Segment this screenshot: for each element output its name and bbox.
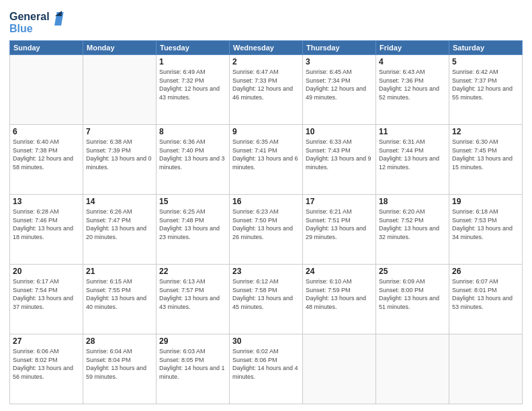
calendar-cell: 2Sunrise: 6:47 AM Sunset: 7:33 PM Daylig… bbox=[230, 55, 303, 125]
calendar-cell: 19Sunrise: 6:18 AM Sunset: 7:53 PM Dayli… bbox=[449, 195, 523, 265]
calendar-header-row: SundayMondayTuesdayWednesdayThursdayFrid… bbox=[10, 41, 523, 55]
day-info: Sunrise: 6:35 AM Sunset: 7:41 PM Dayligh… bbox=[232, 138, 300, 171]
header: General Blue bbox=[9, 7, 523, 38]
day-info: Sunrise: 6:12 AM Sunset: 7:58 PM Dayligh… bbox=[232, 277, 300, 311]
day-number: 19 bbox=[452, 197, 519, 206]
day-number: 23 bbox=[232, 267, 300, 276]
day-number: 6 bbox=[13, 127, 80, 136]
day-number: 1 bbox=[159, 57, 226, 66]
calendar-cell: 12Sunrise: 6:30 AM Sunset: 7:45 PM Dayli… bbox=[449, 125, 523, 195]
calendar-cell bbox=[303, 334, 376, 404]
calendar-cell: 10Sunrise: 6:33 AM Sunset: 7:43 PM Dayli… bbox=[303, 125, 376, 195]
day-info: Sunrise: 6:28 AM Sunset: 7:46 PM Dayligh… bbox=[13, 208, 80, 241]
calendar-week-1: 1Sunrise: 6:49 AM Sunset: 7:32 PM Daylig… bbox=[10, 55, 523, 125]
logo: General Blue bbox=[9, 7, 70, 38]
day-info: Sunrise: 6:42 AM Sunset: 7:37 PM Dayligh… bbox=[452, 68, 519, 101]
day-number: 20 bbox=[13, 267, 80, 276]
calendar-cell: 1Sunrise: 6:49 AM Sunset: 7:32 PM Daylig… bbox=[157, 55, 230, 125]
calendar-cell: 28Sunrise: 6:04 AM Sunset: 8:04 PM Dayli… bbox=[83, 334, 157, 404]
day-info: Sunrise: 6:43 AM Sunset: 7:36 PM Dayligh… bbox=[379, 68, 446, 101]
day-number: 18 bbox=[379, 197, 446, 206]
calendar-cell: 29Sunrise: 6:03 AM Sunset: 8:05 PM Dayli… bbox=[157, 334, 230, 404]
day-header-friday: Friday bbox=[376, 41, 449, 55]
calendar-cell: 24Sunrise: 6:10 AM Sunset: 7:59 PM Dayli… bbox=[303, 265, 376, 334]
calendar-cell: 7Sunrise: 6:38 AM Sunset: 7:39 PM Daylig… bbox=[83, 125, 157, 195]
day-number: 26 bbox=[452, 267, 519, 276]
calendar-cell: 16Sunrise: 6:23 AM Sunset: 7:50 PM Dayli… bbox=[230, 195, 303, 265]
calendar-cell: 18Sunrise: 6:20 AM Sunset: 7:52 PM Dayli… bbox=[376, 195, 449, 265]
day-number: 30 bbox=[232, 336, 300, 346]
calendar-cell bbox=[83, 55, 157, 125]
calendar-body: 1Sunrise: 6:49 AM Sunset: 7:32 PM Daylig… bbox=[10, 55, 523, 404]
calendar-cell: 27Sunrise: 6:06 AM Sunset: 8:02 PM Dayli… bbox=[10, 334, 83, 404]
day-number: 11 bbox=[379, 127, 446, 136]
calendar-cell: 25Sunrise: 6:09 AM Sunset: 8:00 PM Dayli… bbox=[376, 265, 449, 334]
calendar-cell: 21Sunrise: 6:15 AM Sunset: 7:55 PM Dayli… bbox=[83, 265, 157, 334]
day-info: Sunrise: 6:31 AM Sunset: 7:44 PM Dayligh… bbox=[379, 138, 446, 171]
day-info: Sunrise: 6:03 AM Sunset: 8:05 PM Dayligh… bbox=[159, 347, 226, 381]
calendar-cell: 11Sunrise: 6:31 AM Sunset: 7:44 PM Dayli… bbox=[376, 125, 449, 195]
day-number: 8 bbox=[159, 127, 226, 136]
day-number: 28 bbox=[86, 336, 153, 346]
day-info: Sunrise: 6:36 AM Sunset: 7:40 PM Dayligh… bbox=[159, 138, 226, 171]
day-number: 2 bbox=[232, 57, 300, 66]
day-number: 14 bbox=[86, 197, 153, 206]
calendar-cell: 4Sunrise: 6:43 AM Sunset: 7:36 PM Daylig… bbox=[376, 55, 449, 125]
day-info: Sunrise: 6:15 AM Sunset: 7:55 PM Dayligh… bbox=[86, 277, 153, 311]
day-number: 24 bbox=[306, 267, 373, 276]
day-header-monday: Monday bbox=[83, 41, 157, 55]
day-info: Sunrise: 6:38 AM Sunset: 7:39 PM Dayligh… bbox=[86, 138, 153, 171]
day-info: Sunrise: 6:10 AM Sunset: 7:59 PM Dayligh… bbox=[306, 277, 373, 311]
calendar-cell: 6Sunrise: 6:40 AM Sunset: 7:38 PM Daylig… bbox=[10, 125, 83, 195]
calendar-cell: 3Sunrise: 6:45 AM Sunset: 7:34 PM Daylig… bbox=[303, 55, 376, 125]
logo-text: General Blue bbox=[9, 7, 70, 38]
day-info: Sunrise: 6:06 AM Sunset: 8:02 PM Dayligh… bbox=[13, 347, 80, 381]
day-number: 10 bbox=[306, 127, 373, 136]
day-info: Sunrise: 6:25 AM Sunset: 7:48 PM Dayligh… bbox=[159, 208, 226, 241]
day-info: Sunrise: 6:33 AM Sunset: 7:43 PM Dayligh… bbox=[306, 138, 373, 171]
calendar-cell bbox=[10, 55, 83, 125]
day-info: Sunrise: 6:26 AM Sunset: 7:47 PM Dayligh… bbox=[86, 208, 153, 241]
day-info: Sunrise: 6:09 AM Sunset: 8:00 PM Dayligh… bbox=[379, 277, 446, 311]
svg-marker-3 bbox=[55, 11, 62, 16]
day-info: Sunrise: 6:49 AM Sunset: 7:32 PM Dayligh… bbox=[159, 68, 226, 101]
svg-text:General: General bbox=[9, 11, 50, 22]
calendar-week-3: 13Sunrise: 6:28 AM Sunset: 7:46 PM Dayli… bbox=[10, 195, 523, 265]
day-number: 7 bbox=[86, 127, 153, 136]
calendar-cell: 20Sunrise: 6:17 AM Sunset: 7:54 PM Dayli… bbox=[10, 265, 83, 334]
calendar-week-5: 27Sunrise: 6:06 AM Sunset: 8:02 PM Dayli… bbox=[10, 334, 523, 404]
day-number: 29 bbox=[159, 336, 226, 346]
calendar-cell: 17Sunrise: 6:21 AM Sunset: 7:51 PM Dayli… bbox=[303, 195, 376, 265]
day-number: 5 bbox=[452, 57, 519, 66]
calendar-week-4: 20Sunrise: 6:17 AM Sunset: 7:54 PM Dayli… bbox=[10, 265, 523, 334]
day-header-sunday: Sunday bbox=[10, 41, 83, 55]
calendar-cell: 23Sunrise: 6:12 AM Sunset: 7:58 PM Dayli… bbox=[230, 265, 303, 334]
day-header-thursday: Thursday bbox=[303, 41, 376, 55]
day-number: 15 bbox=[159, 197, 226, 206]
day-number: 27 bbox=[13, 336, 80, 346]
calendar-cell: 26Sunrise: 6:07 AM Sunset: 8:01 PM Dayli… bbox=[449, 265, 523, 334]
day-info: Sunrise: 6:47 AM Sunset: 7:33 PM Dayligh… bbox=[232, 68, 300, 101]
day-info: Sunrise: 6:04 AM Sunset: 8:04 PM Dayligh… bbox=[86, 347, 153, 381]
day-info: Sunrise: 6:17 AM Sunset: 7:54 PM Dayligh… bbox=[13, 277, 80, 311]
day-info: Sunrise: 6:45 AM Sunset: 7:34 PM Dayligh… bbox=[306, 68, 373, 101]
day-info: Sunrise: 6:40 AM Sunset: 7:38 PM Dayligh… bbox=[13, 138, 80, 171]
day-info: Sunrise: 6:02 AM Sunset: 8:06 PM Dayligh… bbox=[232, 347, 300, 381]
calendar-cell: 13Sunrise: 6:28 AM Sunset: 7:46 PM Dayli… bbox=[10, 195, 83, 265]
calendar-cell bbox=[376, 334, 449, 404]
calendar-cell: 9Sunrise: 6:35 AM Sunset: 7:41 PM Daylig… bbox=[230, 125, 303, 195]
calendar-cell: 22Sunrise: 6:13 AM Sunset: 7:57 PM Dayli… bbox=[157, 265, 230, 334]
day-number: 12 bbox=[452, 127, 519, 136]
day-info: Sunrise: 6:13 AM Sunset: 7:57 PM Dayligh… bbox=[159, 277, 226, 311]
calendar-table: SundayMondayTuesdayWednesdayThursdayFrid… bbox=[9, 40, 523, 404]
page: General Blue SundayMondayTuesdayWednesda… bbox=[0, 0, 532, 411]
calendar-cell: 5Sunrise: 6:42 AM Sunset: 7:37 PM Daylig… bbox=[449, 55, 523, 125]
day-header-saturday: Saturday bbox=[449, 41, 523, 55]
day-number: 21 bbox=[86, 267, 153, 276]
day-header-tuesday: Tuesday bbox=[157, 41, 230, 55]
calendar-week-2: 6Sunrise: 6:40 AM Sunset: 7:38 PM Daylig… bbox=[10, 125, 523, 195]
day-info: Sunrise: 6:21 AM Sunset: 7:51 PM Dayligh… bbox=[306, 208, 373, 241]
day-number: 22 bbox=[159, 267, 226, 276]
day-number: 16 bbox=[232, 197, 300, 206]
day-number: 25 bbox=[379, 267, 446, 276]
